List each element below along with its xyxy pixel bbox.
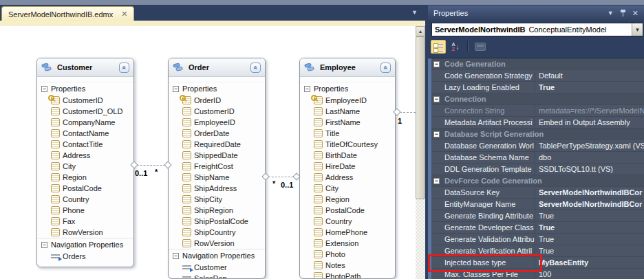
object-selector-combobox[interactable]: ServerModelNorthwindIB ConceptualEntityM… [431,23,643,36]
entity-property-row[interactable]: ShipPostalCode [169,216,265,227]
entity-property-row[interactable]: CompanyName [37,117,133,128]
section-header[interactable]: −Properties [37,82,133,95]
entity-property-row[interactable]: Title [300,128,395,139]
collapse-section-icon[interactable]: − [173,86,179,92]
entity-property-row[interactable]: LastName [300,106,395,117]
grid-property-row[interactable]: Generate Verification AttrilTrue [431,245,644,257]
scroll-up-button[interactable]: ▲ [416,26,425,36]
entity-header[interactable]: Customer « [37,58,133,77]
entity-property-row[interactable]: OrderDate [169,128,265,139]
property-value[interactable]: ServerModelNorthwindIBCor [535,200,644,208]
entity-property-row[interactable]: Address [37,150,133,161]
grid-property-row[interactable]: Generate Developer ClassTrue [431,222,644,234]
grid-category-row[interactable]: −Database Script Generation [431,129,644,140]
property-value[interactable]: True [535,235,644,243]
property-value[interactable]: dbo [535,153,644,161]
entity-property-row[interactable]: SalesRep [169,273,265,279]
entity-property-row[interactable]: CustomerID [37,95,133,106]
edmx-designer-canvas[interactable]: Customer « −PropertiesCustomerIDCustomer… [0,26,416,279]
property-value[interactable]: True [535,247,644,255]
categorized-button[interactable] [431,40,446,54]
entity-customer[interactable]: Customer « −PropertiesCustomerIDCustomer… [36,58,134,267]
entity-property-row[interactable]: Region [300,194,395,205]
entity-property-row[interactable]: HireDate [300,161,395,172]
collapse-section-icon[interactable]: − [304,86,310,92]
grid-category-row[interactable]: −Connection [431,93,644,105]
grid-property-row[interactable]: EntityManager NameServerModelNorthwindIB… [431,199,644,210]
grid-property-row[interactable]: DataSource KeyServerModelNorthwindIBCor [431,187,644,199]
entity-property-row[interactable]: Orders [37,251,133,262]
entity-property-row[interactable]: FirstName [300,117,395,128]
entity-property-row[interactable]: City [37,161,133,172]
property-value[interactable]: ServerModelNorthwindIBCor [535,188,644,197]
section-header[interactable]: −Properties [300,82,395,95]
entity-property-row[interactable]: EmployeeID [300,95,395,106]
property-value[interactable]: metadata=res://*/ServerModelNo [535,107,644,115]
entity-property-row[interactable]: Photo [300,249,395,260]
collapse-section-icon[interactable]: − [41,86,47,92]
entity-property-row[interactable]: City [300,183,395,194]
entity-header[interactable]: Order « [169,58,265,77]
association-customer-order[interactable] [137,165,165,166]
property-value[interactable]: True [535,223,644,232]
entity-property-row[interactable]: ShipCountry [169,227,265,238]
property-value[interactable]: Default [535,71,644,80]
property-value[interactable]: SSDLToSQL10.tt (VS) [535,165,644,173]
grid-property-row[interactable]: Connection Stringmetadata=res://*/Server… [431,105,644,117]
entity-property-row[interactable]: Fax [37,216,133,227]
entity-property-row[interactable]: Notes [300,260,395,271]
collapse-category-icon[interactable]: − [433,178,440,184]
collapse-category-icon[interactable]: − [433,96,440,102]
entity-property-row[interactable]: PhotoPath [300,271,395,279]
property-value[interactable]: 100 [535,270,644,278]
grid-property-row[interactable]: Database Schema Namedbo [431,152,644,164]
grid-category-row[interactable]: −Code Generation [431,58,644,70]
entity-property-row[interactable]: PostalCode [300,205,395,216]
window-menu-icon[interactable]: ▼ [608,10,614,16]
entity-property-row[interactable]: TitleOfCourtesy [300,139,395,150]
grid-property-row[interactable]: Database Generation WorlTablePerTypeStra… [431,140,644,152]
section-header[interactable]: −Properties [169,82,265,95]
tab-close-icon[interactable]: ✕ [121,10,127,18]
entity-property-row[interactable]: ContactName [37,128,133,139]
grid-property-row[interactable]: Lazy Loading EnabledTrue [431,82,644,93]
alphabetical-sort-button[interactable]: AZ ↓ [448,40,463,54]
grid-property-row[interactable]: Injected base typeMyBaseEntity [431,257,644,269]
entity-property-row[interactable]: ShipName [169,172,265,183]
grid-property-row[interactable]: Max. Classes Per File100 [431,269,644,279]
entity-property-row[interactable]: FreightCost [169,161,265,172]
property-value[interactable]: Embed in Output Assembly [535,118,644,126]
collapse-entity-button[interactable]: « [119,63,129,73]
entity-property-row[interactable]: ShipAddress [169,183,265,194]
entity-property-row[interactable]: EmployeeID [169,117,265,128]
collapse-section-icon[interactable]: − [173,253,179,259]
designer-vertical-scrollbar[interactable]: ▲ [416,26,425,279]
document-well-dropdown-icon[interactable]: ▼ [411,9,418,16]
entity-property-row[interactable]: PostalCode [37,183,133,194]
entity-property-row[interactable]: Region [37,172,133,183]
section-header[interactable]: −Navigation Properties [37,238,133,251]
collapse-entity-button[interactable]: « [380,63,391,73]
property-grid[interactable]: −Code GenerationCode Generation Strategy… [428,58,644,279]
entity-header[interactable]: Employee « [300,58,395,77]
entity-property-row[interactable]: CustomerID [169,106,265,117]
entity-property-row[interactable]: ContactTitle [37,139,133,150]
entity-order[interactable]: Order « −PropertiesOrderIDCustomerIDEmpl… [168,58,266,279]
entity-property-row[interactable]: RowVersion [169,238,265,249]
section-header[interactable]: −Navigation Properties [169,249,265,262]
entity-property-row[interactable]: HomePhone [300,227,395,238]
entity-property-row[interactable]: ShippedDate [169,150,265,161]
property-value[interactable]: MyBaseEntity [535,258,644,267]
document-tab[interactable]: ServerModelNorthwindIB.edmx ✕ [1,6,134,21]
grid-property-row[interactable]: Generate Binding AttributeTrue [431,210,644,222]
entity-property-row[interactable]: ShipCity [169,194,265,205]
grid-category-row[interactable]: −DevForce Code Generation [431,175,644,187]
property-value[interactable]: True [535,83,644,91]
association-employee-right[interactable] [400,112,416,113]
grid-property-row[interactable]: Metadata Artifact ProcessiEmbed in Outpu… [431,117,644,129]
entity-property-row[interactable]: OrderID [169,95,265,106]
combobox-dropdown-button[interactable]: ▼ [632,23,643,36]
entity-property-row[interactable]: Country [300,216,395,227]
property-value[interactable]: TablePerTypeStrategy.xaml (VS) [535,142,644,150]
entity-property-row[interactable]: CustomerID_OLD [37,106,133,117]
